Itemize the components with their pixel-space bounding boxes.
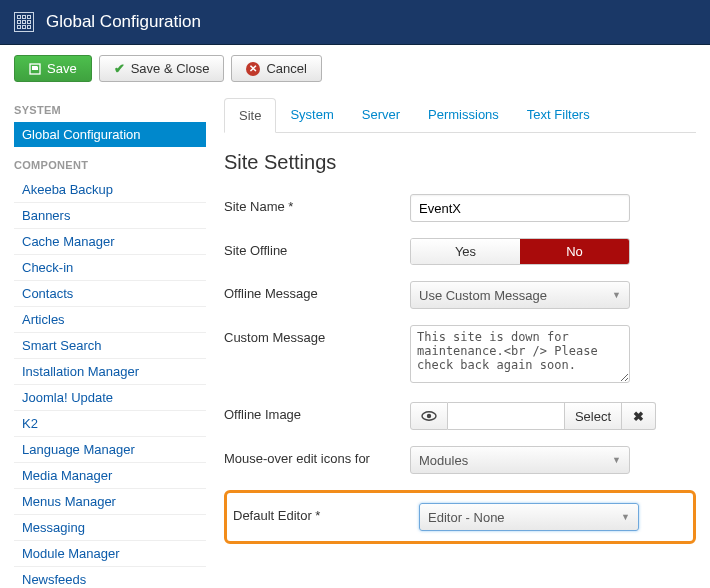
default-editor-value: Editor - None bbox=[428, 510, 505, 525]
cancel-icon: ✕ bbox=[246, 62, 260, 76]
offline-image-picker: Select ✖ bbox=[410, 402, 656, 430]
tab-server[interactable]: Server bbox=[348, 98, 414, 132]
label-site-name: Site Name * bbox=[224, 194, 410, 214]
mouseover-value: Modules bbox=[419, 453, 468, 468]
row-site-name: Site Name * bbox=[224, 194, 696, 222]
save-icon bbox=[29, 63, 41, 75]
tab-permissions[interactable]: Permissions bbox=[414, 98, 513, 132]
preview-button[interactable] bbox=[410, 402, 448, 430]
tab-system[interactable]: System bbox=[276, 98, 347, 132]
cancel-label: Cancel bbox=[266, 61, 306, 76]
sidebar-item-media-manager[interactable]: Media Manager bbox=[14, 462, 206, 488]
offline-message-value: Use Custom Message bbox=[419, 288, 547, 303]
sidebar-item-cache-manager[interactable]: Cache Manager bbox=[14, 228, 206, 254]
page-title: Global Configuration bbox=[46, 12, 201, 32]
sidebar-item-contacts[interactable]: Contacts bbox=[14, 280, 206, 306]
site-offline-no[interactable]: No bbox=[520, 239, 629, 264]
clear-image-button[interactable]: ✖ bbox=[622, 402, 656, 430]
row-mouseover: Mouse-over edit icons for Modules ▼ bbox=[224, 446, 696, 474]
select-image-button[interactable]: Select bbox=[564, 402, 622, 430]
save-button[interactable]: Save bbox=[14, 55, 92, 82]
sidebar-system-list: Global Configuration bbox=[14, 122, 206, 147]
row-offline-message: Offline Message Use Custom Message ▼ bbox=[224, 281, 696, 309]
svg-point-2 bbox=[427, 414, 431, 418]
sidebar-item-smart-search[interactable]: Smart Search bbox=[14, 332, 206, 358]
offline-image-path[interactable] bbox=[448, 402, 564, 430]
check-icon: ✔ bbox=[114, 61, 125, 76]
site-offline-toggle[interactable]: Yes No bbox=[410, 238, 630, 265]
close-icon: ✖ bbox=[633, 409, 644, 424]
row-offline-image: Offline Image Select ✖ bbox=[224, 402, 696, 430]
sidebar-item-installation-manager[interactable]: Installation Manager bbox=[14, 358, 206, 384]
tab-text-filters[interactable]: Text Filters bbox=[513, 98, 604, 132]
sidebar-item-module-manager[interactable]: Module Manager bbox=[14, 540, 206, 566]
label-mouseover: Mouse-over edit icons for bbox=[224, 446, 410, 466]
tab-bar: Site System Server Permissions Text Filt… bbox=[224, 98, 696, 133]
sidebar-item-akeeba-backup[interactable]: Akeeba Backup bbox=[14, 177, 206, 202]
sidebar-item-messaging[interactable]: Messaging bbox=[14, 514, 206, 540]
label-site-offline: Site Offline bbox=[224, 238, 410, 258]
sidebar-item-newsfeeds[interactable]: Newsfeeds bbox=[14, 566, 206, 588]
default-editor-select[interactable]: Editor - None ▼ bbox=[419, 503, 639, 531]
sidebar-item-joomla-update[interactable]: Joomla! Update bbox=[14, 384, 206, 410]
section-heading: Site Settings bbox=[224, 151, 696, 174]
label-offline-image: Offline Image bbox=[224, 402, 410, 422]
label-custom-message: Custom Message bbox=[224, 325, 410, 345]
site-offline-yes[interactable]: Yes bbox=[411, 239, 520, 264]
sidebar-item-language-manager[interactable]: Language Manager bbox=[14, 436, 206, 462]
app-header: Global Configuration bbox=[0, 0, 710, 45]
site-name-input[interactable] bbox=[410, 194, 630, 222]
row-custom-message: Custom Message bbox=[224, 325, 696, 386]
sidebar-item-global-configuration[interactable]: Global Configuration bbox=[14, 122, 206, 147]
tab-site[interactable]: Site bbox=[224, 98, 276, 133]
sidebar-section-system: SYSTEM bbox=[14, 104, 206, 116]
row-site-offline: Site Offline Yes No bbox=[224, 238, 696, 265]
custom-message-textarea[interactable] bbox=[410, 325, 630, 383]
sidebar-item-menus-manager[interactable]: Menus Manager bbox=[14, 488, 206, 514]
save-close-label: Save & Close bbox=[131, 61, 210, 76]
sidebar-section-component: COMPONENT bbox=[14, 159, 206, 171]
label-offline-message: Offline Message bbox=[224, 281, 410, 301]
offline-message-select[interactable]: Use Custom Message ▼ bbox=[410, 281, 630, 309]
eye-icon bbox=[421, 411, 437, 421]
sidebar: SYSTEM Global Configuration COMPONENT Ak… bbox=[14, 92, 224, 588]
chevron-down-icon: ▼ bbox=[621, 512, 630, 522]
row-default-editor: Default Editor * Editor - None ▼ bbox=[224, 490, 696, 544]
main-content: Site System Server Permissions Text Filt… bbox=[224, 92, 696, 588]
label-default-editor: Default Editor * bbox=[233, 503, 419, 523]
action-toolbar: Save ✔ Save & Close ✕ Cancel bbox=[0, 45, 710, 92]
mouseover-select[interactable]: Modules ▼ bbox=[410, 446, 630, 474]
sidebar-item-check-in[interactable]: Check-in bbox=[14, 254, 206, 280]
chevron-down-icon: ▼ bbox=[612, 455, 621, 465]
app-grid-icon bbox=[14, 12, 34, 32]
save-label: Save bbox=[47, 61, 77, 76]
sidebar-component-list: Akeeba BackupBannersCache ManagerCheck-i… bbox=[14, 177, 206, 588]
sidebar-item-k2[interactable]: K2 bbox=[14, 410, 206, 436]
sidebar-item-banners[interactable]: Banners bbox=[14, 202, 206, 228]
save-close-button[interactable]: ✔ Save & Close bbox=[99, 55, 225, 82]
chevron-down-icon: ▼ bbox=[612, 290, 621, 300]
cancel-button[interactable]: ✕ Cancel bbox=[231, 55, 321, 82]
sidebar-item-articles[interactable]: Articles bbox=[14, 306, 206, 332]
